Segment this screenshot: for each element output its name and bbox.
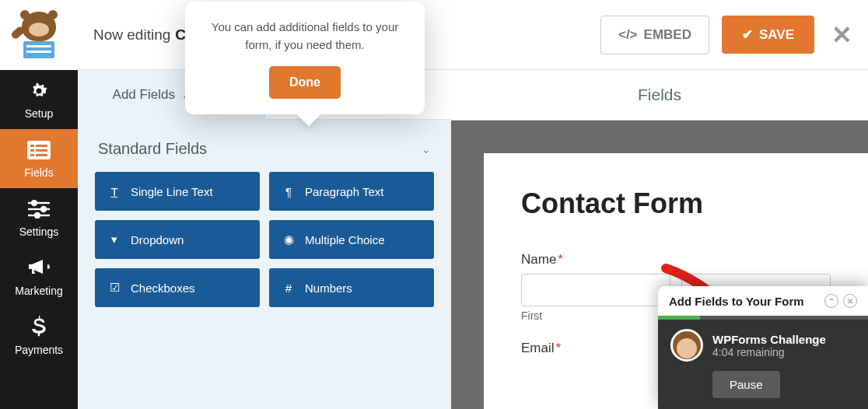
minimize-icon[interactable]: ⌃: [824, 294, 838, 308]
done-button[interactable]: Done: [269, 66, 341, 99]
save-button[interactable]: ✔ SAVE: [722, 16, 814, 54]
wpforms-logo: [0, 0, 78, 70]
embed-icon: </>: [618, 27, 638, 43]
field-label: Paragraph Text: [305, 185, 383, 198]
close-button[interactable]: ✕: [831, 20, 852, 50]
save-label: SAVE: [759, 27, 794, 43]
megaphone-icon: [27, 257, 51, 280]
check-icon: ✔: [742, 26, 753, 43]
nav-setup[interactable]: Setup: [0, 70, 78, 129]
tab-label: Add Fields: [113, 87, 175, 103]
field-multiple-choice[interactable]: ◉ Multiple Choice: [269, 220, 434, 259]
preview-section-title: Fields: [451, 70, 868, 121]
first-name-input[interactable]: [521, 274, 670, 306]
gear-icon: [27, 79, 51, 103]
field-single-line-text[interactable]: T Single Line Text: [95, 172, 260, 211]
nav-label: Payments: [15, 344, 63, 356]
pause-button[interactable]: Pause: [712, 371, 780, 398]
preview-area: Contact Form Name* First: [451, 121, 868, 409]
checkbox-icon: ☑: [107, 281, 121, 295]
nav-label: Fields: [24, 166, 53, 179]
nav-payments[interactable]: Payments: [0, 306, 78, 365]
sliders-icon: [27, 198, 51, 221]
field-paragraph-text[interactable]: ¶ Paragraph Text: [269, 172, 434, 211]
name-label: Name*: [521, 252, 831, 267]
section-standard-fields[interactable]: Standard Fields ⌄: [78, 120, 451, 172]
challenge-title: WPForms Challenge: [712, 333, 826, 346]
embed-label: EMBED: [644, 27, 691, 43]
editing-prefix: Now editing: [93, 26, 170, 44]
radio-icon: ◉: [282, 232, 296, 246]
field-label: Single Line Text: [131, 185, 213, 198]
onboarding-tooltip: You can add additional fields to your fo…: [185, 2, 425, 114]
close-icon[interactable]: ✕: [843, 294, 857, 308]
paragraph-icon: ¶: [282, 185, 296, 198]
field-dropdown[interactable]: ▾ Dropdown: [95, 220, 260, 259]
svg-rect-4: [36, 149, 47, 152]
challenge-step-title: Add Fields to Your Form: [669, 295, 804, 308]
chevron-down-icon: ⌄: [422, 143, 431, 156]
svg-rect-6: [36, 154, 47, 156]
svg-point-12: [35, 213, 40, 218]
hash-icon: #: [282, 281, 296, 295]
nav-label: Setup: [25, 107, 54, 120]
field-label: Checkboxes: [131, 281, 195, 295]
svg-rect-1: [30, 145, 34, 147]
nav-fields[interactable]: Fields: [0, 129, 78, 188]
challenge-avatar: [670, 329, 703, 362]
svg-rect-2: [36, 145, 47, 147]
svg-point-8: [32, 201, 37, 205]
field-grid: T Single Line Text ¶ Paragraph Text ▾ Dr…: [78, 172, 451, 324]
field-numbers[interactable]: # Numbers: [269, 268, 434, 307]
text-icon: T: [107, 185, 121, 198]
challenge-time: 4:04 remaining: [712, 346, 826, 358]
svg-point-10: [41, 207, 46, 211]
fields-panel: Add Fields ⌄ Field Options › Standard Fi…: [78, 70, 451, 409]
field-label: Multiple Choice: [305, 233, 385, 246]
nav-settings[interactable]: Settings: [0, 188, 78, 247]
field-label: Numbers: [305, 281, 352, 295]
nav-label: Settings: [19, 225, 59, 238]
list-icon: [27, 138, 51, 162]
nav-marketing[interactable]: Marketing: [0, 247, 78, 306]
svg-rect-5: [30, 154, 34, 156]
dropdown-icon: ▾: [107, 232, 121, 246]
nav-label: Marketing: [15, 285, 62, 297]
svg-rect-3: [30, 149, 34, 152]
section-title: Standard Fields: [98, 140, 207, 158]
field-checkboxes[interactable]: ☑ Checkboxes: [95, 268, 260, 307]
challenge-widget: Add Fields to Your Form ⌃ ✕ WPForms Chal…: [658, 286, 868, 409]
embed-button[interactable]: </> EMBED: [600, 16, 709, 54]
left-nav-rail: Setup Fields Settings Marketing Payments: [0, 0, 78, 409]
form-title: Contact Form: [521, 187, 831, 219]
dollar-icon: [27, 316, 51, 339]
field-label: Dropdown: [131, 233, 184, 246]
tooltip-text: You can add additional fields to your fo…: [201, 19, 409, 54]
sublabel-first: First: [521, 309, 670, 322]
